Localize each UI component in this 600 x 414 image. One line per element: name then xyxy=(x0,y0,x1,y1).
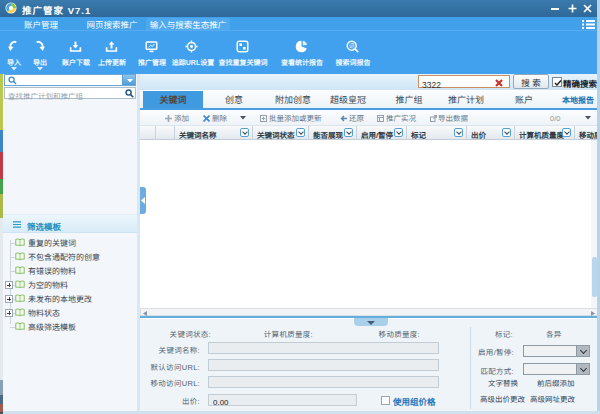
svg-text:词: 词 xyxy=(349,40,355,49)
